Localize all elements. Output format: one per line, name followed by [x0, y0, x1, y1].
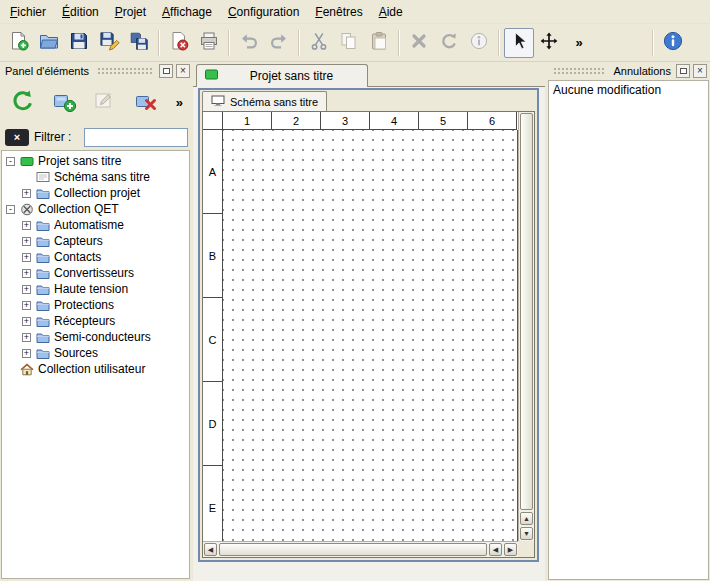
undo-dock-titlebar[interactable]: Annulations × — [547, 62, 710, 80]
edit-element-button[interactable] — [87, 84, 123, 120]
rotate-button[interactable] — [434, 28, 464, 58]
tab-project[interactable]: Projet sans titre — [196, 64, 368, 87]
expander-icon[interactable]: + — [22, 269, 31, 278]
horizontal-scrollbar-thumb[interactable] — [219, 543, 487, 556]
tree-item-label: Protections — [54, 298, 114, 312]
scroll-down-button[interactable]: ▼ — [520, 527, 533, 540]
menu-fichier[interactable]: Fichier — [2, 1, 54, 23]
delete-element-button[interactable] — [128, 84, 164, 120]
expander-icon[interactable]: + — [22, 285, 31, 294]
element-info-button[interactable] — [464, 28, 494, 58]
folder-icon — [35, 315, 50, 328]
element-info-icon — [468, 30, 490, 55]
dock-drag-grip[interactable] — [553, 67, 606, 75]
expander-icon[interactable]: + — [22, 317, 31, 326]
save-as-button[interactable] — [94, 28, 124, 58]
tree-item-label: Haute tension — [54, 282, 128, 296]
toolbar-separator — [398, 30, 400, 56]
redo-button[interactable] — [264, 28, 294, 58]
diagram-tabbar: Schéma sans titre — [200, 90, 537, 111]
expander-icon[interactable]: + — [22, 301, 31, 310]
delete-button[interactable] — [404, 28, 434, 58]
undo-button[interactable] — [234, 28, 264, 58]
edit-element-icon — [92, 88, 118, 117]
open-folder-icon — [38, 30, 60, 55]
paste-icon — [368, 30, 390, 55]
tree-item-automatisme[interactable]: + Automatisme — [2, 217, 189, 233]
menu-edition[interactable]: Édition — [54, 1, 107, 23]
arrow-up-icon: ▲ — [523, 515, 530, 522]
vertical-scrollbar[interactable]: ▲ ▼ — [518, 112, 534, 541]
column-header: 4 — [370, 112, 419, 130]
open-button[interactable] — [34, 28, 64, 58]
clear-filter-button[interactable]: × — [5, 129, 29, 146]
float-dock-button[interactable] — [159, 64, 173, 78]
expander-icon[interactable]: + — [22, 237, 31, 246]
tree-item-convertisseurs[interactable]: + Convertisseurs — [2, 265, 189, 281]
panel-overflow-button[interactable]: » — [172, 95, 187, 110]
save-all-button[interactable] — [124, 28, 154, 58]
expander-icon[interactable]: + — [22, 221, 31, 230]
tree-item-project[interactable]: - Projet sans titre — [2, 153, 189, 169]
reload-collections-button[interactable] — [5, 84, 41, 120]
tree-item-collection-projet[interactable]: + Collection projet — [2, 185, 189, 201]
horizontal-scrollbar[interactable]: ◀ ◀ ▶ — [203, 541, 518, 557]
dock-drag-grip[interactable] — [97, 67, 153, 75]
new-file-button[interactable] — [4, 28, 34, 58]
copy-button[interactable] — [334, 28, 364, 58]
folder-icon — [35, 251, 50, 264]
scroll-up-button[interactable]: ▲ — [520, 512, 533, 525]
menu-configuration[interactable]: Configuration — [220, 1, 307, 23]
schematic-sheet[interactable] — [223, 130, 518, 541]
toolbar-overflow-button[interactable]: » — [564, 28, 594, 58]
expander-icon[interactable]: - — [6, 157, 15, 166]
tree-item-recepteurs[interactable]: + Récepteurs — [2, 313, 189, 329]
elements-panel-titlebar[interactable]: Panel d'éléments × — [0, 62, 193, 80]
schematic-canvas[interactable] — [223, 130, 518, 541]
elements-panel-toolbar: » — [0, 80, 193, 124]
move-mode-button[interactable] — [534, 28, 564, 58]
about-button[interactable] — [658, 28, 688, 58]
tree-item-capteurs[interactable]: + Capteurs — [2, 233, 189, 249]
close-dock-button[interactable]: × — [693, 64, 707, 78]
close-dock-button[interactable]: × — [176, 64, 190, 78]
print-button[interactable] — [194, 28, 224, 58]
new-element-button[interactable] — [46, 84, 82, 120]
close-icon: × — [180, 66, 186, 76]
scroll-left-button-2[interactable]: ◀ — [489, 543, 502, 556]
expander-icon[interactable]: - — [6, 205, 15, 214]
info-circle-icon — [662, 30, 684, 55]
tree-item-haute-tension[interactable]: + Haute tension — [2, 281, 189, 297]
project-icon — [205, 69, 218, 83]
column-header: 2 — [272, 112, 321, 130]
undo-list[interactable]: Aucune modification — [548, 80, 709, 580]
tree-item-schema[interactable]: Schéma sans titre — [2, 169, 189, 185]
expander-icon[interactable]: + — [22, 189, 31, 198]
menu-affichage[interactable]: Affichage — [154, 1, 220, 23]
scroll-right-button[interactable]: ▶ — [504, 543, 517, 556]
cut-button[interactable] — [304, 28, 334, 58]
save-button[interactable] — [64, 28, 94, 58]
menu-projet[interactable]: Projet — [107, 1, 154, 23]
menu-aide[interactable]: Aide — [371, 1, 411, 23]
expander-icon[interactable]: + — [22, 349, 31, 358]
paste-button[interactable] — [364, 28, 394, 58]
menu-fenetres[interactable]: Fenêtres — [307, 1, 370, 23]
float-dock-button[interactable] — [676, 64, 690, 78]
scroll-left-button[interactable]: ◀ — [204, 543, 217, 556]
vertical-scrollbar-thumb[interactable] — [520, 113, 533, 510]
expander-icon[interactable]: + — [22, 333, 31, 342]
tree-item-sources[interactable]: + Sources — [2, 345, 189, 361]
tree-item-collection-qet[interactable]: - Collection QET — [2, 201, 189, 217]
tree-item-contacts[interactable]: + Contacts — [2, 249, 189, 265]
tree-item-protections[interactable]: + Protections — [2, 297, 189, 313]
select-mode-button[interactable] — [504, 28, 534, 58]
row-header: C — [203, 298, 222, 382]
arrow-left-icon: ◀ — [493, 546, 498, 554]
filter-input[interactable] — [84, 128, 188, 147]
tree-item-collection-utilisateur[interactable]: Collection utilisateur — [2, 361, 189, 377]
close-file-button[interactable] — [164, 28, 194, 58]
tab-diagram[interactable]: Schéma sans titre — [202, 91, 327, 111]
tree-item-semi-conducteurs[interactable]: + Semi-conducteurs — [2, 329, 189, 345]
expander-icon[interactable]: + — [22, 253, 31, 262]
